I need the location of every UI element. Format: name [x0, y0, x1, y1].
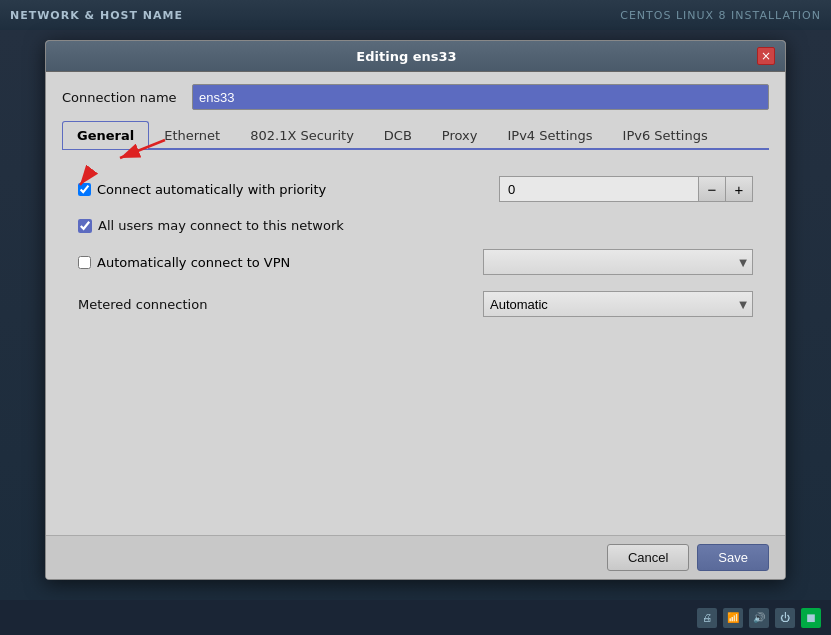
metered-label: Metered connection — [78, 297, 207, 312]
auto-vpn-left: Automatically connect to VPN — [78, 255, 290, 270]
close-button[interactable]: × — [757, 47, 775, 65]
priority-value-input[interactable] — [499, 176, 699, 202]
auto-priority-checkbox[interactable] — [78, 183, 91, 196]
top-bar: NETWORK & HOST NAME CENTOS LINUX 8 INSTA… — [0, 0, 831, 30]
auto-vpn-label[interactable]: Automatically connect to VPN — [97, 255, 290, 270]
dialog-footer: Cancel Save — [46, 535, 785, 579]
connection-name-row: Connection name — [62, 84, 769, 110]
general-tab-content: Connect automatically with priority − + … — [62, 160, 769, 523]
priority-right: − + — [499, 176, 753, 202]
taskbar-print-icon: 🖨 — [697, 608, 717, 628]
tab-8021x-security[interactable]: 802.1X Security — [235, 121, 369, 149]
auto-vpn-row: Automatically connect to VPN ▼ — [78, 249, 753, 275]
priority-plus-button[interactable]: + — [725, 176, 753, 202]
connection-name-label: Connection name — [62, 90, 182, 105]
priority-minus-button[interactable]: − — [698, 176, 726, 202]
all-users-row: All users may connect to this network — [78, 218, 753, 233]
metered-dropdown[interactable]: Automatic Yes No — [483, 291, 753, 317]
tab-ipv6-settings[interactable]: IPv6 Settings — [608, 121, 723, 149]
cancel-button[interactable]: Cancel — [607, 544, 689, 571]
auto-vpn-checkbox[interactable] — [78, 256, 91, 269]
taskbar-network-icon: 📶 — [723, 608, 743, 628]
taskbar-status-icon: ■ — [801, 608, 821, 628]
tab-ipv4-settings[interactable]: IPv4 Settings — [492, 121, 607, 149]
auto-priority-row: Connect automatically with priority − + — [78, 176, 753, 202]
taskbar-power-icon: ⏻ — [775, 608, 795, 628]
metered-dropdown-wrapper: Automatic Yes No ▼ — [483, 291, 753, 317]
metered-row: Metered connection Automatic Yes No ▼ — [78, 291, 753, 317]
dialog-titlebar: Editing ens33 × — [46, 41, 785, 72]
tab-proxy[interactable]: Proxy — [427, 121, 493, 149]
tab-general[interactable]: General — [62, 121, 149, 149]
vpn-dropdown-wrapper: ▼ — [483, 249, 753, 275]
tab-dcb[interactable]: DCB — [369, 121, 427, 149]
taskbar-sound-icon: 🔊 — [749, 608, 769, 628]
connection-name-input[interactable] — [192, 84, 769, 110]
all-users-label[interactable]: All users may connect to this network — [78, 218, 344, 233]
dialog-title: Editing ens33 — [56, 49, 757, 64]
top-bar-right-text: CENTOS LINUX 8 INSTALLATION — [620, 9, 821, 22]
all-users-checkbox[interactable] — [78, 219, 92, 233]
taskbar: 🖨 📶 🔊 ⏻ ■ — [0, 600, 831, 635]
dialog-body: Connection name General Ethernet 802.1X … — [46, 72, 785, 535]
auto-priority-left: Connect automatically with priority — [78, 182, 326, 197]
top-bar-left-text: NETWORK & HOST NAME — [10, 9, 183, 22]
vpn-dropdown[interactable] — [483, 249, 753, 275]
editing-dialog: Editing ens33 × Connection name General … — [45, 40, 786, 580]
save-button[interactable]: Save — [697, 544, 769, 571]
tabs-container: General Ethernet 802.1X Security DCB Pro… — [62, 120, 769, 150]
auto-priority-label[interactable]: Connect automatically with priority — [97, 182, 326, 197]
tab-ethernet[interactable]: Ethernet — [149, 121, 235, 149]
